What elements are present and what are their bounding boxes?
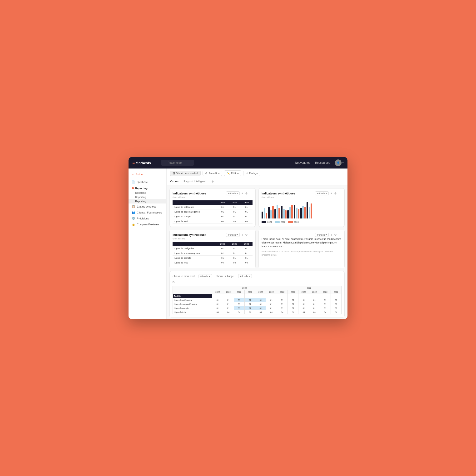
pivot-periode-btn[interactable]: Période ▾	[199, 274, 212, 278]
panel1-title: Indicateurs synthétiques	[172, 192, 206, 195]
panel1-add-icon[interactable]: +	[241, 192, 243, 195]
sidebar-reporting-label: Reporting	[135, 187, 148, 190]
back-link[interactable]: ← Retour	[129, 172, 166, 177]
bar-group-4	[287, 205, 293, 219]
bar-group-3	[281, 206, 287, 219]
tab-visuels[interactable]: Visuels	[170, 178, 179, 185]
panel2-more-icon[interactable]: ⋮	[250, 233, 253, 237]
bar-6-1	[302, 206, 304, 219]
back-label: Retour	[136, 173, 143, 176]
panel-table-2: Indicateurs synthétiques Période ▾ + ⚙ ⋮	[170, 230, 255, 268]
chart-title: Indicateurs synthétiques	[262, 192, 295, 195]
entete-v9	[298, 294, 309, 298]
col-h11: 2022	[320, 290, 331, 294]
bar-1-2	[272, 206, 274, 219]
search-wrap: 🔍	[161, 160, 194, 166]
sidebar-item-etat[interactable]: 📋 État de synthèse	[129, 204, 166, 209]
panel1-actions: Période ▾ + ⚙ ⋮	[226, 191, 253, 195]
text-periode-label: Période	[317, 234, 325, 236]
chart-periode-btn[interactable]: Période ▾	[315, 191, 329, 195]
chart-more-icon[interactable]: ⋮	[339, 192, 341, 195]
panel2-add-icon[interactable]: +	[241, 233, 243, 237]
bar-3-1	[283, 209, 285, 219]
budget-chevron-icon: ▾	[249, 275, 250, 277]
budget-periode-btn[interactable]: Période ▾	[238, 274, 252, 278]
million-label: En million	[209, 172, 220, 175]
bar-1-1	[270, 210, 272, 219]
nouveautes-link[interactable]: Nouveautés	[295, 161, 310, 165]
entete-v11	[320, 294, 331, 298]
text-periode-btn[interactable]: Période ▾	[315, 233, 329, 237]
bottom-entete-row: En-tête	[173, 294, 341, 298]
visuel-icon: 🖼	[172, 172, 175, 175]
bar-group-5	[294, 205, 299, 219]
bar-2-0	[274, 209, 276, 219]
reporting-indicator	[132, 187, 134, 189]
entete-v5	[255, 294, 266, 298]
panel1-subtitle: € en millions	[172, 196, 253, 199]
sidebar-item-synthese[interactable]: 📄 Synthèse	[129, 179, 166, 185]
panel1-periode-btn[interactable]: Période ▾	[226, 191, 240, 195]
col-h2: 2022	[223, 290, 234, 294]
bottom-table: 2022 2022 2022 2022 2022 2022 2022 2022	[172, 286, 341, 314]
col-h9: 2022	[298, 290, 309, 294]
bar-5-1	[296, 208, 298, 219]
panel2-subtitle: € en millions	[172, 237, 253, 240]
bar-3-0	[281, 206, 283, 219]
chart-add-icon[interactable]: +	[331, 192, 332, 195]
panel1-settings-icon[interactable]: ⚙	[245, 192, 248, 195]
panel2-settings-icon[interactable]: ⚙	[245, 233, 248, 237]
panel2-periode-btn[interactable]: Période ▾	[226, 233, 240, 237]
table-row: Ligne de compte 010101010101 01010101010…	[173, 306, 341, 310]
bar-7-1	[309, 207, 310, 219]
sidebar-item-comparatif[interactable]: 🔒 Comparatif externe	[129, 221, 166, 227]
avatar-wrap[interactable]: 👤 ▾	[335, 159, 344, 166]
copy-icon[interactable]: ⧉	[172, 281, 175, 284]
table-row: Ligne de catégories010101	[172, 205, 253, 209]
chart-subtitle: € en millions	[262, 196, 341, 199]
table-row: Ligne de total040404	[172, 219, 253, 224]
sidebar-sub-reporting1[interactable]: Reporting	[129, 191, 166, 195]
panels-area: Indicateurs synthétiques Période ▾ + ⚙ ⋮	[167, 186, 347, 319]
bar-3-2	[285, 210, 287, 219]
table-row: Ligne de catégories 010101010101 0101010…	[173, 298, 341, 302]
entete-v3	[234, 294, 244, 298]
col-h5: 2022	[255, 290, 266, 294]
avatar[interactable]: 👤	[335, 159, 341, 166]
budget-label: Choisir un budget	[216, 275, 235, 277]
partage-btn[interactable]: ↗ Partage	[243, 171, 261, 176]
table-row: Ligne de total040404	[172, 260, 253, 265]
list-icon[interactable]: ☰	[177, 281, 179, 284]
tab-settings-icon[interactable]: ⚙	[210, 179, 215, 184]
text-more-icon[interactable]: ⋮	[339, 233, 341, 237]
year-header-2: 2022	[277, 286, 341, 290]
sidebar-item-previsions[interactable]: ⚙️ Prévisions	[129, 215, 166, 221]
entete-v4	[244, 294, 255, 298]
previsions-icon: ⚙️	[132, 217, 135, 220]
sidebar-etat-label: État de synthèse	[137, 205, 156, 208]
chart-actions: Période ▾ + ⚙ ⋮	[315, 191, 341, 195]
million-btn[interactable]: ⚙ En million	[203, 171, 222, 176]
sidebar-item-reporting[interactable]: Reporting	[129, 186, 166, 191]
sidebar-comparatif-label: Comparatif externe	[137, 223, 159, 226]
clients-icon: 👥	[132, 211, 135, 214]
tab-rapport[interactable]: Rapport intelligent	[184, 178, 206, 185]
panel-chart: Indicateurs synthétiques Période ▾ + ⚙ ⋮	[258, 188, 345, 227]
panel1-more-icon[interactable]: ⋮	[250, 192, 253, 195]
visuel-btn[interactable]: 🖼 Visuel personnalisé	[170, 171, 201, 176]
edition-btn[interactable]: ✏️ Edition	[224, 170, 241, 176]
search-input[interactable]	[161, 160, 194, 166]
text-add-icon[interactable]: +	[331, 233, 332, 237]
chart-settings-icon[interactable]: ⚙	[334, 192, 337, 195]
bar-6-0	[300, 208, 302, 219]
text-settings-icon[interactable]: ⚙	[334, 233, 337, 237]
panel2-table: 2022 2022 2022 Ligne de catégories010101	[172, 242, 253, 265]
bottom-table-wrap: 2022 2022 2022 2022 2022 2022 2022 2022	[172, 286, 341, 314]
sidebar-item-clients[interactable]: 👥 Clients / Fournisseurs	[129, 209, 166, 215]
ressources-link[interactable]: Ressources	[315, 161, 330, 165]
million-icon: ⚙	[205, 172, 207, 175]
bar-6-2	[304, 207, 306, 219]
sidebar-sub-reporting3[interactable]: Reporting	[129, 199, 166, 204]
sidebar-clients-label: Clients / Fournisseurs	[137, 211, 162, 214]
sidebar-sub-reporting2[interactable]: Reporting	[129, 195, 166, 199]
